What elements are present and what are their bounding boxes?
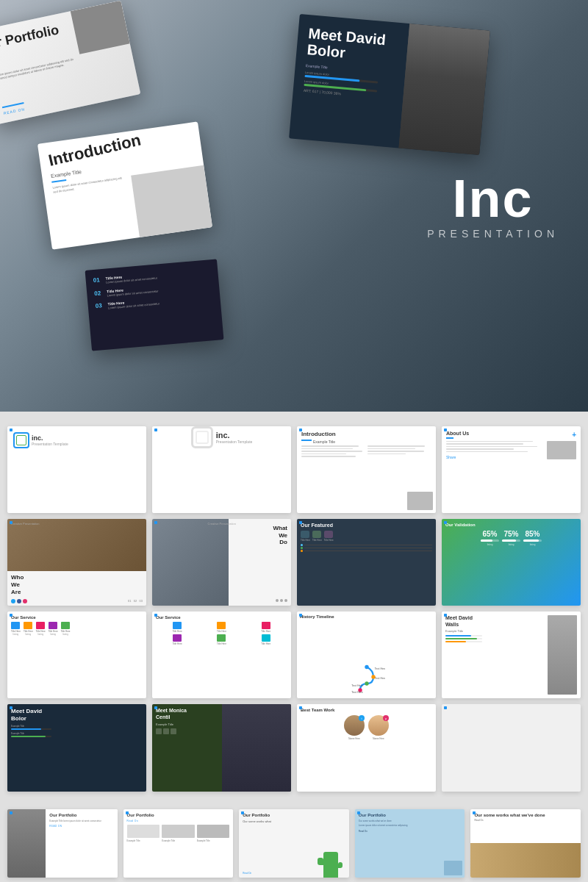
team-member-2: Name Here p xyxy=(368,715,389,740)
port2-redon: Read On xyxy=(127,820,230,822)
svc2-3: Title Here xyxy=(245,622,287,633)
about-title: About Us xyxy=(446,431,576,436)
thumb-monica[interactable]: Meet MonicaCentil Example Title xyxy=(152,704,291,791)
db-bar-label-1: Example Title xyxy=(11,725,143,728)
timeline-swirl: Text Here Text Here Text Here Text Here xyxy=(348,664,385,697)
num-badge-3: 03 xyxy=(95,302,104,309)
someworks-image xyxy=(470,843,581,878)
thumb-timeline[interactable]: History Timeline Text Here Text Here Tex… xyxy=(297,612,436,698)
feat-icon-img-1 xyxy=(301,531,309,538)
intro-example: Example Title xyxy=(313,440,335,444)
thumb-tag-12 xyxy=(444,614,447,617)
thumb-whoweare[interactable]: WhoWeAre Creative Presentation 01 02 03 xyxy=(7,519,146,606)
thumb-david-walls[interactable]: Meet DavidWalls Example Title xyxy=(442,612,581,698)
val-label-2: listing xyxy=(502,543,520,546)
thumb-portfolio-2[interactable]: Our Portfolio Read On Example Title Exam… xyxy=(123,809,234,878)
thumb-featured[interactable]: Our Featured Title Here Title Here Title… xyxy=(297,519,436,606)
port2-items: Example Title Example Title Example Titl… xyxy=(127,825,230,842)
svc2-icon-5 xyxy=(217,634,226,642)
nav-dots: 01 02 03 xyxy=(128,599,143,603)
feat-label-1: Title Here xyxy=(301,539,310,542)
thumb-portfolio-1[interactable]: Our Portfolio Example Title lorem ipsum … xyxy=(7,809,118,878)
thumb-service-2[interactable]: Our Service Title Here Title Here Title … xyxy=(152,612,291,698)
hero-slide-portfolio: ur Portfolio Lorem ipsum dolor sit amet … xyxy=(0,1,140,125)
svc-3: Title Here listing xyxy=(36,622,46,636)
svc-icon-2 xyxy=(24,622,32,629)
monica-icons xyxy=(156,728,287,734)
thumb-inc-logo-1[interactable]: inc. Presentation Template xyxy=(7,426,146,513)
portfolio-link: Read On xyxy=(3,107,25,115)
thumb-row-4: Meet DavidBolor Example Title Example Ti… xyxy=(7,704,581,791)
service2-title: Our Service xyxy=(156,615,287,620)
dw-photo xyxy=(548,615,577,695)
about-cross-icon: + xyxy=(572,431,576,439)
social-icons xyxy=(11,599,27,603)
thumb-inc-logo-2[interactable]: inc. Presentation Template xyxy=(152,426,291,513)
david-text: Meet DavidBolor Example Title Lorem ipsu… xyxy=(300,25,478,144)
dw-title: Meet DavidWalls xyxy=(445,615,545,628)
intro-slide-title: Introduction xyxy=(301,431,431,437)
intro-image xyxy=(131,165,212,237)
port3-title: Our Portfolio xyxy=(243,813,345,817)
thumb-portfolio-3[interactable]: Our Portfolio Our some works what Read O… xyxy=(239,809,349,878)
thumb-teamwork[interactable]: Best Team Work Name Here t Name Here p xyxy=(297,704,436,791)
hero-presentation-text: PRESENTATION xyxy=(427,228,559,240)
team-name-1: Name Here xyxy=(344,737,365,740)
thumb-portfolio-4[interactable]: Our Portfolio Our some works what we've … xyxy=(355,809,465,878)
thumb-introduction[interactable]: Introduction Example Title xyxy=(297,426,436,513)
thumb-tag-16 xyxy=(444,706,447,709)
thumb-david-bolor[interactable]: Meet DavidBolor Example Title Example Ti… xyxy=(7,704,146,791)
thumbnails-section: inc. Presentation Template inc. Presenta… xyxy=(0,412,588,882)
validation-stats: 65% listing 75% listing 85% xyxy=(445,530,577,546)
thumb-tag-sw xyxy=(473,811,476,814)
port4-link: Read On xyxy=(359,830,462,833)
thumb-validation[interactable]: Our Validation 65% listing 75% listing xyxy=(442,519,581,606)
monica-icon-3 xyxy=(171,728,176,734)
thumb-row-2: WhoWeAre Creative Presentation 01 02 03 … xyxy=(7,519,581,606)
thumb-blank xyxy=(442,704,581,791)
svc-4: Title Here listing xyxy=(49,622,58,636)
dw-bar-3 xyxy=(445,641,545,642)
dot-3 xyxy=(284,599,287,602)
thumb-tag-7 xyxy=(299,521,302,524)
whoweare-image xyxy=(7,519,146,571)
thumb-whatwedo[interactable]: WhatWeDo Creative Presentation xyxy=(152,519,291,606)
dw-bar-fill-3 xyxy=(445,641,466,642)
intro-col-2 xyxy=(368,445,431,467)
hero-inc-text: Inc xyxy=(427,172,559,225)
port2-text-3: Example Title xyxy=(197,839,230,842)
feat-icon-img-3 xyxy=(324,531,333,538)
svc-icon-3 xyxy=(36,622,45,629)
thumb-aboutus[interactable]: + About Us Share xyxy=(442,426,581,513)
svg-text:Text Here: Text Here xyxy=(351,684,362,687)
db-bar-bg-1 xyxy=(11,728,51,730)
svc-5: Title Here listing xyxy=(61,622,71,636)
thumb-tag-4 xyxy=(444,429,447,431)
feat-dot-2 xyxy=(301,547,303,549)
thumb-service-1[interactable]: Our Service Title Here listing Title Her… xyxy=(7,612,146,698)
intro-line xyxy=(51,179,66,183)
intro-slide-image xyxy=(407,492,433,510)
val-pct-2: 75% xyxy=(502,530,520,538)
val-bar-fill-2 xyxy=(502,539,516,542)
timeline-title: History Timeline xyxy=(300,614,433,619)
dw-bar-1 xyxy=(445,635,545,637)
service1-icons: Title Here listing Title Here listing Ti… xyxy=(11,622,143,636)
thumb-someworks[interactable]: Our some works what we've done Read On xyxy=(470,809,581,878)
num-badge-2: 02 xyxy=(94,290,104,297)
monica-icon-2 xyxy=(163,728,169,734)
feat-dot-1 xyxy=(301,544,303,546)
inc-logo-big xyxy=(191,426,213,448)
about-image xyxy=(547,441,576,460)
dw-bar-bg-1 xyxy=(445,635,482,637)
creative-label-2: Creative Presentation xyxy=(208,522,236,526)
thumb-row-1: inc. Presentation Template inc. Presenta… xyxy=(7,426,581,513)
inc-template-2: Presentation Template xyxy=(216,440,253,444)
val-pct-1: 65% xyxy=(481,530,499,538)
inc-logo-icon xyxy=(13,432,29,448)
dw-bar-bg-3 xyxy=(445,641,482,642)
port4-some: Our some works what we've done xyxy=(359,820,462,823)
svc-sub-4: listing xyxy=(49,633,58,636)
svc2-2: Title Here xyxy=(200,622,243,633)
thumb-tag-p4 xyxy=(357,811,360,814)
